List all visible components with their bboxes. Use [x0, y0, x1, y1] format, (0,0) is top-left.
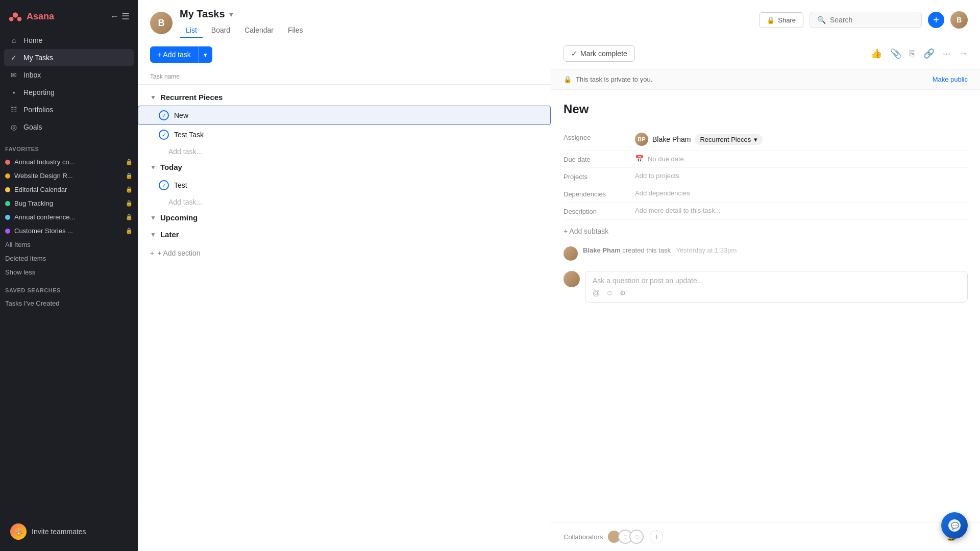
sidebar-item-portfolios-label: Portfolios [23, 106, 53, 114]
add-button[interactable]: + [928, 12, 944, 28]
svg-point-1 [9, 17, 14, 21]
due-date-text[interactable]: No due date [648, 155, 684, 163]
task-row-test[interactable]: ✓ Test [138, 176, 551, 195]
tab-board[interactable]: Board [205, 23, 236, 38]
search-input[interactable] [830, 16, 914, 24]
user-avatar-top[interactable]: B [950, 11, 968, 29]
sidebar-nav: ⌂ Home ✓ My Tasks ✉ Inbox ▪ Reporting ☷ … [0, 30, 138, 138]
sidebar-item-my-tasks[interactable]: ✓ My Tasks [4, 49, 134, 66]
projects-field: Projects Add to projects [564, 168, 968, 185]
invite-teammates-btn[interactable]: 🎨 Invite teammates [4, 518, 134, 545]
all-items-link[interactable]: All Items [0, 238, 138, 252]
share-button[interactable]: 🔒 Share [759, 12, 803, 28]
bar-chart-icon: ▪ [9, 88, 18, 97]
add-subtask-btn[interactable]: + Add subtask [564, 220, 968, 242]
task-row-test-task[interactable]: ✓ Test Task [138, 125, 551, 144]
fav-label-4: Annual conference... [14, 213, 75, 221]
task-name-test-task: Test Task [174, 131, 204, 139]
add-collaborator-btn[interactable]: + [650, 530, 663, 543]
page-title[interactable]: My Tasks ▾ [180, 8, 309, 20]
add-task-inline-recurrent[interactable]: Add task... [138, 144, 551, 159]
comment-placeholder[interactable]: Ask a question or post an update... [593, 277, 960, 285]
lock-small-icon: 🔒 [564, 76, 572, 83]
sidebar-favorite-0[interactable]: Annual Industry co... 🔒 [0, 155, 138, 169]
make-public-button[interactable]: Make public [933, 76, 968, 83]
mark-complete-button[interactable]: ✓ Mark complete [564, 45, 635, 62]
task-check-test[interactable]: ✓ [159, 180, 169, 190]
dependencies-text[interactable]: Add dependencies [635, 189, 690, 197]
sidebar-favorite-1[interactable]: Website Design R... 🔒 [0, 169, 138, 183]
plus-icon: + [150, 249, 154, 257]
expand-icon[interactable]: → [959, 48, 968, 59]
fav-lock-icon-4: 🔒 [126, 214, 133, 220]
saved-search-tasks-created[interactable]: Tasks I've Created [0, 296, 138, 310]
tab-files[interactable]: Files [282, 23, 309, 38]
project-badge[interactable]: Recurrent Pieces ▾ [695, 134, 763, 145]
sidebar-header: Asana ← ☰ [0, 0, 138, 30]
paperclip-icon[interactable]: 📎 [890, 48, 901, 59]
assignee-label: Assignee [564, 133, 635, 141]
section-today[interactable]: ▼ Today [138, 159, 551, 176]
description-text[interactable]: Add more detail to this task... [635, 207, 721, 214]
collaborators-bar: Collaborators ○ ○ + 🔔 ← [551, 522, 980, 551]
sidebar-item-inbox[interactable]: ✉ Inbox [4, 66, 134, 84]
sidebar-toggle-btn[interactable]: ← ☰ [110, 11, 130, 22]
fav-label-1: Website Design R... [14, 172, 73, 180]
sidebar-item-goals[interactable]: ◎ Goals [4, 118, 134, 136]
emoji-icon[interactable]: ☺ [606, 289, 613, 297]
task-check-test-task[interactable]: ✓ [159, 130, 169, 140]
invite-avatar: 🎨 [10, 523, 27, 540]
tab-calendar[interactable]: Calendar [238, 23, 280, 38]
header-left: B My Tasks ▾ List Board Calendar Files [150, 8, 309, 38]
deleted-items-link[interactable]: Deleted Items [0, 252, 138, 265]
sidebar-item-goals-label: Goals [23, 123, 42, 131]
asana-logo: Asana [8, 9, 54, 23]
assignee-field: Assignee BP Blake Pham Recurrent Pieces … [564, 129, 968, 151]
sidebar-item-inbox-label: Inbox [23, 71, 41, 79]
chatbot-widget[interactable]: 💬 [941, 512, 968, 539]
projects-text[interactable]: Add to projects [635, 172, 679, 180]
sidebar-favorite-5[interactable]: Customer Stories ... 🔒 [0, 224, 138, 238]
svg-text:💬: 💬 [951, 521, 960, 530]
assignee-name[interactable]: Blake Pham [652, 135, 691, 143]
private-text: This task is private to you. [576, 76, 652, 83]
sidebar-item-portfolios[interactable]: ☷ Portfolios [4, 101, 134, 118]
show-less-link[interactable]: Show less [0, 265, 138, 279]
link-icon[interactable]: 🔗 [923, 48, 935, 59]
task-row-new[interactable]: ✓ New [138, 106, 551, 125]
gear-icon[interactable]: ⚙ [620, 289, 626, 297]
thumbs-up-icon[interactable]: 👍 [871, 48, 882, 59]
add-task-dropdown-btn[interactable]: ▾ [198, 46, 212, 63]
saved-searches-title: Saved searches [0, 279, 138, 296]
fav-lock-icon-2: 🔒 [126, 186, 133, 193]
sidebar-item-home-label: Home [23, 36, 42, 44]
comment-input-area[interactable]: Ask a question or post an update... @ ☺ … [585, 271, 968, 303]
section-chevron-today-icon: ▼ [150, 164, 156, 171]
page-title-text: My Tasks [180, 8, 225, 20]
section-upcoming[interactable]: ▼ Upcoming [138, 209, 551, 226]
section-recurrent-pieces[interactable]: ▼ Recurrent Pieces [138, 89, 551, 106]
sidebar-item-home[interactable]: ⌂ Home [4, 32, 134, 49]
task-check-new[interactable]: ✓ [159, 110, 169, 120]
sidebar-item-reporting[interactable]: ▪ Reporting [4, 84, 134, 101]
add-task-inline-today[interactable]: Add task... [138, 195, 551, 209]
sidebar-favorite-4[interactable]: Annual conference... 🔒 [0, 210, 138, 224]
sidebar-favorite-2[interactable]: Editorial Calendar 🔒 [0, 183, 138, 196]
target-icon: ◎ [9, 122, 18, 132]
at-icon[interactable]: @ [593, 289, 600, 297]
more-options-icon[interactable]: ··· [943, 48, 950, 59]
detail-task-title[interactable]: New [564, 102, 968, 116]
private-banner: 🔒 This task is private to you. Make publ… [551, 69, 980, 90]
add-task-button[interactable]: + Add task [150, 46, 198, 63]
search-bar[interactable]: 🔍 [810, 12, 922, 28]
tab-list[interactable]: List [180, 23, 203, 38]
section-chevron-upcoming-icon: ▼ [150, 214, 156, 221]
description-field: Description Add more detail to this task… [564, 203, 968, 220]
add-section-btn[interactable]: + + Add section [138, 243, 551, 263]
asana-brand-name: Asana [27, 11, 54, 22]
section-later[interactable]: ▼ Later [138, 226, 551, 243]
fav-lock-icon-1: 🔒 [126, 172, 133, 179]
copy-icon[interactable]: ⎘ [910, 48, 915, 59]
sidebar-favorite-3[interactable]: Bug Tracking 🔒 [0, 196, 138, 210]
lock-icon: 🔒 [767, 16, 775, 24]
